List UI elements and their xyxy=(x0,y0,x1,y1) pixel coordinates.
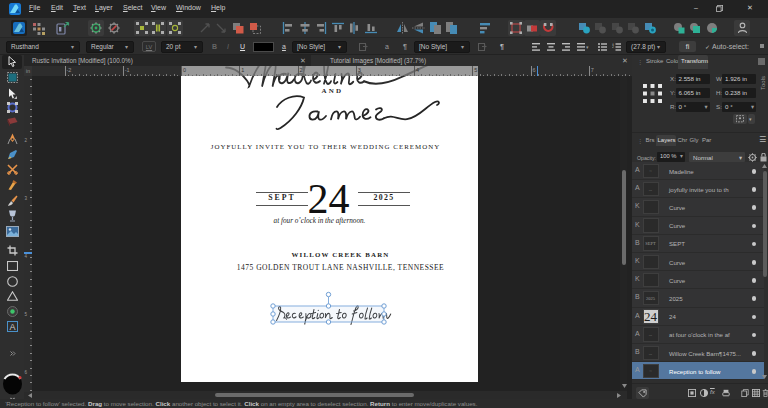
svg-text:A: A xyxy=(9,322,15,332)
svg-text:2: 2 xyxy=(612,45,614,49)
